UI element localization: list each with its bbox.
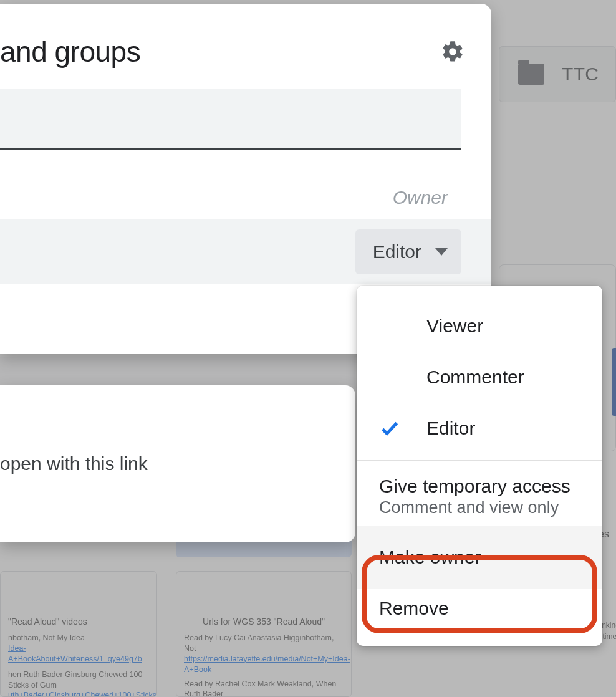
link-panel: open with this link [0, 385, 355, 542]
gear-icon [440, 39, 465, 64]
dialog-title: and groups [0, 35, 140, 69]
menu-label: Give temporary access [379, 476, 570, 497]
menu-label: Make owner [379, 547, 481, 568]
menu-item-editor[interactable]: Editor [357, 403, 602, 454]
menu-item-commenter[interactable]: Commenter [357, 352, 602, 403]
check-slot [379, 418, 426, 439]
collaborator-row: Editor [0, 219, 491, 284]
menu-item-viewer[interactable]: Viewer [357, 300, 602, 352]
chevron-down-icon [435, 248, 448, 256]
owner-row: Owner [0, 150, 491, 208]
menu-label: Remove [379, 598, 449, 619]
dialog-title-row: and groups [0, 4, 491, 69]
menu-item-remove[interactable]: Remove [357, 589, 602, 628]
add-people-input[interactable] [0, 89, 461, 150]
menu-item-make-owner[interactable]: Make owner [357, 526, 602, 589]
role-button-label: Editor [373, 241, 421, 262]
link-text: open with this link [0, 453, 148, 474]
role-dropdown-button[interactable]: Editor [355, 229, 461, 274]
check-icon [379, 418, 400, 439]
owner-label: Owner [393, 187, 448, 208]
share-input-row [0, 69, 491, 150]
settings-button[interactable] [438, 37, 468, 67]
role-menu: Viewer Commenter Editor Give temporary a… [357, 286, 602, 646]
menu-label: Viewer [426, 315, 483, 337]
menu-item-temporary-access[interactable]: Give temporary access Comment and view o… [357, 467, 602, 526]
menu-label: Editor [426, 418, 475, 439]
menu-label: Commenter [426, 367, 524, 388]
menu-divider [357, 460, 602, 461]
menu-sublabel: Comment and view only [379, 498, 559, 517]
